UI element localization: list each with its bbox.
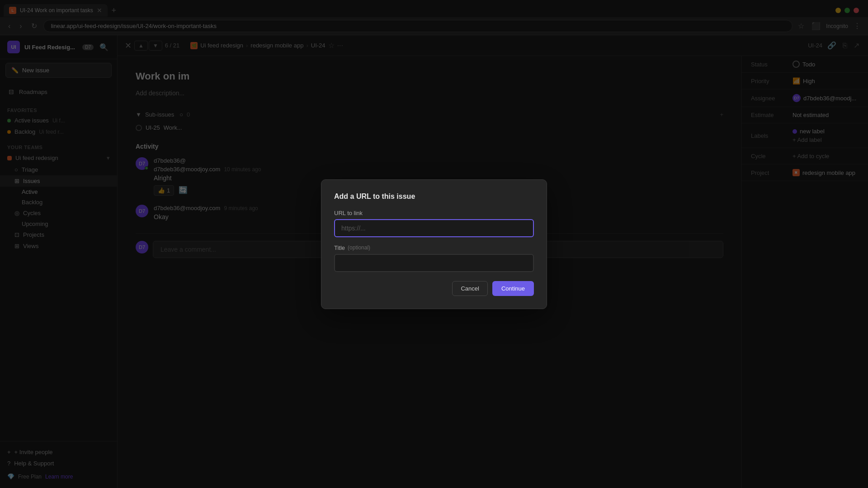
- cancel-button[interactable]: Cancel: [452, 281, 487, 296]
- url-label-text: URL to link: [334, 210, 363, 216]
- title-label-text: Title: [334, 244, 345, 251]
- modal-overlay[interactable]: Add a URL to this issue URL to link Titl…: [0, 0, 868, 488]
- continue-button[interactable]: Continue: [492, 281, 534, 296]
- title-optional-text: (optional): [348, 244, 370, 251]
- modal-title: Add a URL to this issue: [334, 192, 534, 201]
- modal-actions: Cancel Continue: [334, 281, 534, 296]
- url-field-label: URL to link: [334, 210, 534, 216]
- url-input[interactable]: [334, 219, 534, 237]
- title-field: Title (optional): [334, 244, 534, 272]
- url-field: URL to link: [334, 210, 534, 237]
- title-field-label: Title (optional): [334, 244, 534, 251]
- add-url-modal: Add a URL to this issue URL to link Titl…: [321, 179, 547, 309]
- title-input[interactable]: [334, 254, 534, 272]
